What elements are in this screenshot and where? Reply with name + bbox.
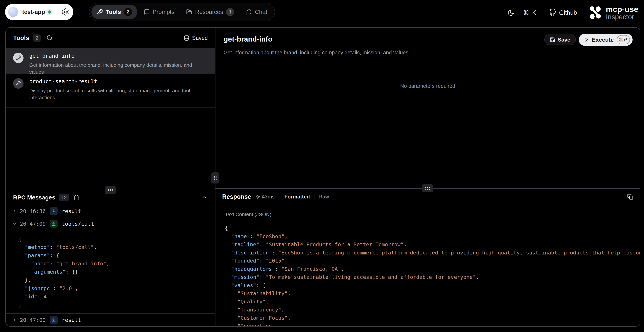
tool-name: product-search-result (29, 78, 208, 85)
response-body: Text Content (JSON) { "name": "EcoShop",… (216, 205, 640, 326)
message-square-icon (144, 9, 150, 15)
rpc-timestamp: 20:46:36 (20, 208, 46, 214)
execute-label: Execute (592, 37, 614, 43)
chevron-down-icon (12, 222, 17, 226)
response-title: Response (222, 193, 251, 200)
vertical-resize-handle[interactable] (211, 172, 219, 183)
tool-item-product-search-result[interactable]: product-search-result Display product se… (6, 74, 215, 108)
view-raw-tab[interactable]: Raw (319, 194, 329, 200)
horizontal-resize-handle[interactable] (422, 184, 433, 192)
tab-label: Prompts (152, 9, 174, 15)
tab-tools-badge: 2 (124, 8, 132, 16)
tab-chat[interactable]: Chat (240, 5, 272, 19)
server-avatar (8, 7, 18, 17)
tools-header: Tools 2 Saved (6, 28, 215, 48)
topbar-right: ⌘ K Github mcp-use Inspector (507, 0, 638, 26)
server-pill[interactable]: test-app (5, 4, 73, 20)
server-name: test-app (22, 9, 45, 15)
view-separator: | (314, 194, 315, 200)
saved-label: Saved (192, 35, 208, 41)
mcp-use-logo-icon (588, 6, 602, 20)
floppy-disk-icon (550, 37, 555, 42)
github-icon (549, 9, 556, 16)
topbar: test-app Tools 2 Prompts Resources 1 Cha… (0, 0, 644, 26)
search-icon[interactable] (46, 35, 53, 41)
tab-label: Resources (195, 9, 223, 15)
arrow-up-from-line-icon (50, 220, 58, 228)
folder-icon (186, 9, 192, 15)
status-dot (48, 11, 51, 14)
arrow-down-to-line-icon (50, 316, 58, 324)
wrench-icon (97, 9, 103, 15)
github-label: Github (559, 9, 577, 16)
response-json: { "name": "EcoShop", "tagline": "Sustain… (225, 224, 640, 326)
view-formatted-tab[interactable]: Formatted (284, 194, 310, 200)
moon-icon[interactable] (507, 9, 514, 16)
brand-subtitle: Inspector (606, 13, 638, 21)
wrench-icon (13, 53, 24, 63)
tool-detail-actions: Save Execute ⌘↵ (544, 34, 632, 46)
tool-detail-pane: get-brand-info Get information about the… (216, 28, 640, 326)
save-label: Save (558, 37, 570, 43)
tab-label: Chat (255, 9, 267, 15)
rpc-timestamp: 20:47:09 (20, 317, 46, 323)
rpc-method: result (62, 317, 81, 323)
main-nav: Tools 2 Prompts Resources 1 Chat (89, 3, 275, 21)
rpc-count-badge: 12 (59, 194, 69, 201)
brand-logo: mcp-use Inspector (588, 5, 638, 21)
tab-tools[interactable]: Tools 2 (92, 5, 137, 19)
tab-resources-badge: 1 (226, 8, 234, 16)
tab-prompts[interactable]: Prompts (138, 5, 180, 19)
saved-button[interactable]: Saved (184, 35, 208, 41)
rpc-method: tools/call (62, 221, 94, 227)
tab-resources[interactable]: Resources 1 (181, 5, 240, 19)
execute-button[interactable]: Execute ⌘↵ (579, 34, 632, 46)
rpc-request-json: { "method": "tools/call", "params": { "n… (6, 230, 215, 314)
copy-icon[interactable] (627, 194, 633, 200)
lightning-bolt-icon (256, 194, 260, 199)
tools-list-empty-space (6, 108, 215, 190)
execute-shortcut-badge: ⌘↵ (617, 35, 630, 44)
brand-name: mcp-use (606, 5, 638, 13)
no-parameters-message: No parameters required (216, 83, 640, 89)
chevron-right-icon (12, 318, 17, 322)
tool-name: get-brand-info (29, 53, 208, 59)
response-panel: Response 43ms Formatted | Raw Text Conte… (216, 189, 640, 326)
tools-sidebar: Tools 2 Saved get-brand-info Get informa… (6, 28, 215, 326)
play-icon (584, 37, 589, 42)
rpc-message-row[interactable]: 20:47:09 tools/call (6, 217, 215, 230)
github-link[interactable]: Github (549, 9, 577, 16)
gear-icon[interactable] (62, 8, 69, 16)
rpc-message-row[interactable]: 20:46:36 result (6, 205, 215, 217)
view-switcher: Formatted | Raw (284, 194, 329, 200)
response-duration: 43ms (256, 194, 274, 200)
database-icon (184, 35, 190, 41)
chevron-up-icon[interactable] (202, 194, 208, 200)
chevron-right-icon (12, 209, 17, 213)
command-k-shortcut[interactable]: ⌘ K (523, 9, 537, 16)
tool-detail-section: get-brand-info Get information about the… (216, 28, 640, 189)
trash-icon[interactable] (74, 194, 80, 200)
horizontal-resize-handle[interactable] (105, 186, 116, 194)
tab-label: Tools (106, 9, 121, 15)
rpc-title: RPC Messages (13, 194, 55, 201)
wrench-icon (13, 78, 24, 89)
tool-description: Get information about the brand, includi… (29, 62, 208, 75)
tool-item-get-brand-info[interactable]: get-brand-info Get information about the… (6, 48, 215, 74)
duration-value: 43ms (262, 194, 274, 200)
tools-title: Tools (13, 35, 29, 42)
arrow-down-to-line-icon (50, 207, 58, 215)
rpc-message-row[interactable]: 20:47:09 result (6, 314, 215, 326)
save-button[interactable]: Save (544, 34, 576, 46)
rpc-method: result (62, 208, 81, 214)
response-content-label: Text Content (JSON) (225, 212, 640, 217)
rpc-timestamp: 20:47:09 (20, 221, 46, 227)
rpc-messages-panel: RPC Messages 12 20:46:36 result 20:47:09 (6, 190, 215, 326)
main-container: Tools 2 Saved get-brand-info Get informa… (6, 27, 640, 326)
tool-detail-description: Get information about the brand, includi… (224, 50, 632, 56)
chat-bubble-icon (246, 9, 252, 15)
tools-count-badge: 2 (32, 34, 41, 42)
tool-description: Display product search results with filt… (29, 87, 208, 101)
